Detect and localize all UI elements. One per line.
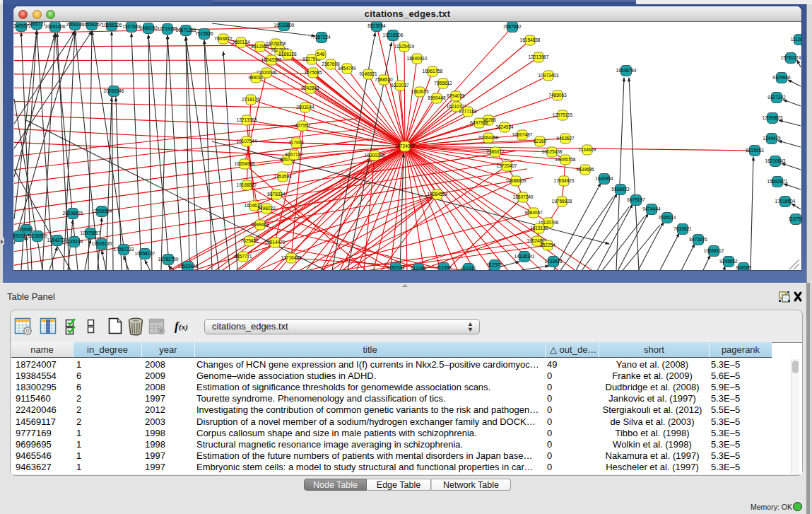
svg-text:7955812: 7955812 (434, 81, 452, 86)
svg-text:10107544: 10107544 (237, 139, 257, 144)
svg-text:10688609: 10688609 (506, 178, 526, 183)
svg-text:10025438: 10025438 (542, 149, 563, 154)
svg-text:2718176: 2718176 (242, 97, 260, 102)
svg-text:16654985: 16654985 (235, 161, 255, 166)
svg-text:10975867: 10975867 (81, 230, 101, 235)
svg-text:11325419: 11325419 (394, 44, 415, 49)
svg-text:12975115: 12975115 (553, 112, 573, 117)
svg-text:16210643: 16210643 (765, 158, 786, 163)
svg-text:17016504: 17016504 (775, 199, 796, 204)
svg-text:16648784: 16648784 (616, 68, 637, 73)
svg-text:612346: 612346 (411, 266, 426, 270)
svg-text:9227342: 9227342 (767, 95, 786, 100)
svg-text:2087682: 2087682 (503, 24, 522, 29)
svg-text:8813054: 8813054 (367, 23, 386, 28)
svg-text:8454749: 8454749 (338, 66, 356, 71)
svg-text:9657771: 9657771 (234, 254, 252, 259)
svg-text:6679197: 6679197 (627, 197, 645, 202)
svg-text:924565: 924565 (736, 265, 751, 270)
svg-text:3675685: 3675685 (304, 70, 322, 75)
svg-text:11156819: 11156819 (28, 233, 47, 238)
svg-text:39152: 39152 (13, 233, 25, 238)
svg-text:9639695: 9639695 (576, 167, 594, 172)
svg-text:9084067: 9084067 (524, 210, 543, 215)
svg-text:2803144: 2803144 (296, 105, 314, 110)
svg-text:12942737: 12942737 (47, 238, 68, 243)
svg-text:1292344: 1292344 (387, 265, 405, 270)
svg-text:116753: 116753 (788, 216, 801, 221)
svg-text:1640954: 1640954 (595, 176, 613, 181)
svg-text:1134609: 1134609 (579, 147, 596, 152)
svg-text:9474444: 9474444 (642, 206, 661, 211)
svg-text:17359924: 17359924 (92, 209, 112, 214)
svg-text:7632621: 7632621 (673, 226, 692, 231)
svg-text:12213967: 12213967 (529, 54, 549, 59)
svg-text:1145194: 1145194 (66, 239, 83, 244)
svg-text:8215953: 8215953 (746, 148, 764, 153)
svg-text:16914479: 16914479 (265, 240, 286, 245)
svg-text:1615132: 1615132 (530, 226, 548, 230)
svg-text:15720407: 15720407 (497, 163, 517, 168)
svg-text:252254: 252254 (540, 243, 555, 247)
svg-text:6497568: 6497568 (470, 120, 488, 125)
svg-text:7485063: 7485063 (548, 93, 567, 98)
svg-text:8471676: 8471676 (689, 237, 707, 242)
svg-text:6322037: 6322037 (391, 83, 409, 88)
svg-text:19218506: 19218506 (383, 33, 404, 37)
svg-text:10807487: 10807487 (512, 132, 533, 137)
svg-text:912375: 912375 (487, 262, 502, 267)
svg-text:2935114: 2935114 (659, 215, 676, 220)
svg-text:9245652: 9245652 (719, 259, 738, 264)
svg-text:7515526: 7515526 (195, 31, 213, 36)
svg-text:12923446: 12923446 (178, 264, 199, 269)
svg-text:62160: 62160 (534, 139, 546, 144)
svg-text:1353594: 1353594 (273, 174, 292, 179)
svg-text:19756928: 19756928 (552, 199, 572, 204)
svg-text:7588520: 7588520 (375, 77, 393, 82)
svg-text:712398: 712398 (436, 265, 452, 270)
svg-text:3624554: 3624554 (495, 124, 514, 129)
svg-text:427552: 427552 (295, 123, 310, 128)
svg-text:20691406: 20691406 (45, 24, 66, 29)
svg-text:989011: 989011 (248, 75, 264, 80)
svg-text:8186328: 8186328 (278, 52, 297, 57)
svg-text:8990448: 8990448 (428, 95, 446, 100)
svg-text:1527602: 1527602 (122, 24, 141, 29)
svg-text:417004: 417004 (288, 140, 304, 145)
svg-text:546: 546 (317, 52, 325, 57)
svg-text:12213363: 12213363 (237, 117, 257, 122)
svg-text:16033809: 16033809 (274, 23, 295, 28)
svg-text:10655326: 10655326 (102, 23, 122, 28)
svg-text:812311: 812311 (461, 266, 476, 270)
svg-text:5938923: 5938923 (611, 187, 630, 192)
svg-text:8878334: 8878334 (267, 192, 286, 197)
svg-text:7625402: 7625402 (240, 238, 259, 243)
svg-text:10671385: 10671385 (176, 28, 196, 33)
svg-text:16154838: 16154838 (520, 37, 541, 42)
svg-text:18724007: 18724007 (395, 144, 416, 148)
svg-text:9242848: 9242848 (301, 86, 319, 90)
svg-text:6466160: 6466160 (139, 25, 158, 30)
svg-text:10654112: 10654112 (704, 248, 724, 253)
svg-text:16961758: 16961758 (423, 69, 443, 74)
svg-text:14136141: 14136141 (514, 254, 535, 259)
svg-text:16782759: 16782759 (158, 257, 179, 262)
svg-text:20364456: 20364456 (478, 135, 499, 140)
svg-text:9146821: 9146821 (359, 71, 377, 76)
svg-text:18300295: 18300295 (365, 153, 385, 158)
svg-text:15751074: 15751074 (781, 55, 801, 60)
svg-text:10973403: 10973403 (539, 73, 559, 78)
svg-text:5498222: 5498222 (257, 206, 276, 211)
svg-text:12505135: 12505135 (92, 241, 112, 246)
svg-text:16543362: 16543362 (261, 57, 282, 62)
svg-text:2055721: 2055721 (28, 22, 46, 26)
svg-text:15692971: 15692971 (767, 179, 788, 184)
svg-text:10958107: 10958107 (135, 251, 155, 256)
svg-text:13716433: 13716433 (281, 255, 302, 260)
svg-text:6794028: 6794028 (447, 93, 465, 98)
svg-text:1733426: 1733426 (544, 259, 563, 264)
svg-text:4099469: 4099469 (251, 222, 269, 227)
svg-text:7357224: 7357224 (312, 35, 331, 40)
svg-text:15495758: 15495758 (555, 157, 576, 162)
svg-text:1244415: 1244415 (763, 136, 781, 141)
